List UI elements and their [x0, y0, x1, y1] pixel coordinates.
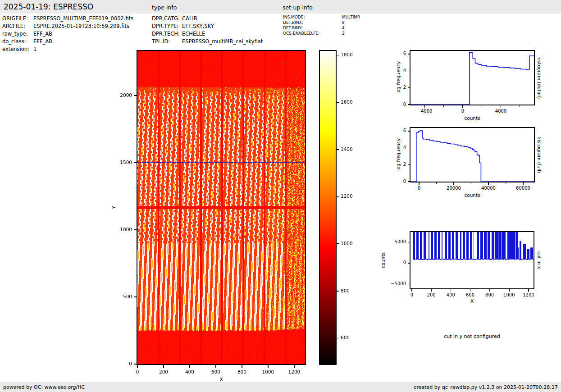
- tick-mark: [436, 182, 437, 184]
- hist-detail-right-label: histogram (detail): [537, 56, 542, 99]
- file-info-row: raw_type:EFF_AB: [2, 30, 133, 38]
- tick-mark: [408, 54, 410, 55]
- tick-mark: [408, 284, 410, 285]
- tick-mark: [268, 365, 269, 368]
- tick-label: 400: [178, 369, 201, 374]
- setup-info-row: OCS.ENABLED.FE:2: [283, 31, 360, 36]
- file-info-value: ESPRESSO_MULTIMR_EFF019_0002.fits: [33, 15, 133, 22]
- tick-mark: [134, 162, 137, 163]
- type-info-value: ECHELLE: [182, 31, 205, 37]
- setup-info-heading: set-up info: [283, 4, 313, 11]
- tick-mark: [134, 95, 137, 96]
- tick-mark: [408, 104, 410, 105]
- setup-info-label: OCS.ENABLED.FE:: [283, 31, 342, 36]
- setup-info-value: MULTIMR: [342, 15, 360, 19]
- setup-info-label: DET.BINX:: [283, 20, 342, 25]
- tick-mark: [408, 87, 410, 88]
- raw-image-canvas: [137, 51, 305, 364]
- tick-label: 2000: [110, 92, 132, 98]
- file-info-value: ESPRE.2025-01-19T23:10:59.209.fits: [33, 23, 129, 29]
- tick-label: 0: [392, 179, 406, 184]
- type-info-row: DPR.TYPE:EFF,SKY,SKY: [152, 23, 263, 30]
- histogram-detail-plot: [410, 51, 534, 105]
- footer-bar: powered by QC: www.eso.org/HC created by…: [0, 382, 561, 392]
- file-info-label: ORIGFILE:: [2, 15, 33, 23]
- file-info-row: do_class:EFF_AB: [2, 38, 133, 46]
- type-info-label: DPR.TYPE:: [152, 23, 182, 30]
- tick-mark: [337, 196, 339, 197]
- tick-mark: [451, 289, 452, 292]
- cut-in-y-note: cut in y not configured: [410, 333, 534, 339]
- tick-mark: [337, 55, 339, 56]
- tick-label: 0: [406, 186, 433, 191]
- tick-label: 0: [126, 369, 149, 374]
- tick-label: −4000: [411, 109, 438, 114]
- tick-label: 1800: [341, 52, 360, 57]
- histogram-full-plot: [410, 128, 534, 182]
- tick-label: −5000: [387, 281, 406, 286]
- tick-label: 1400: [341, 146, 360, 152]
- tick-label: 1000: [257, 369, 279, 374]
- footer-left: powered by QC: www.eso.org/HC: [3, 384, 85, 390]
- file-info-label: do_class:: [2, 38, 33, 46]
- tick-mark: [470, 289, 471, 292]
- setup-info-value: 2: [342, 31, 345, 36]
- cut-in-x-right-label-wrap: cut in x: [536, 232, 543, 288]
- tick-mark: [134, 296, 137, 297]
- tick-label: 2: [392, 162, 406, 167]
- tick-mark: [337, 149, 339, 150]
- tick-mark: [431, 289, 432, 292]
- tick-mark: [471, 182, 471, 184]
- hist-full-right-label: histogram (full): [537, 137, 542, 173]
- type-info-value: ESPRESSO_multiMR_cal_skyflat: [182, 38, 263, 45]
- tick-mark: [520, 105, 520, 107]
- tick-mark: [443, 105, 444, 107]
- tick-label: 1200: [341, 193, 360, 199]
- type-info-row: DPR.TECH:ECHELLE: [152, 30, 263, 38]
- tick-label: 600: [341, 335, 360, 340]
- tick-mark: [408, 71, 410, 72]
- tick-mark: [482, 105, 482, 107]
- tick-mark: [509, 289, 510, 292]
- tick-label: 0: [110, 361, 132, 366]
- setup-info-row: INS.MODE:MULTIMR: [283, 14, 360, 20]
- histogram-detail-plot-curve: [410, 52, 534, 105]
- file-info-value: 1: [33, 46, 36, 52]
- tick-mark: [424, 105, 425, 108]
- tick-mark: [337, 243, 339, 244]
- tick-mark: [134, 229, 137, 230]
- setup-info-label: DET.BINY:: [283, 25, 342, 31]
- tick-label: 4: [392, 68, 406, 73]
- tick-label: 5000: [387, 239, 406, 244]
- tick-mark: [506, 182, 506, 184]
- tick-label: 4000: [488, 109, 515, 114]
- tick-label: 0: [392, 102, 406, 107]
- tick-mark: [408, 131, 410, 132]
- colorbar-canvas: [320, 51, 336, 364]
- tick-label: 4: [392, 145, 406, 150]
- raw-image-xlabel: X: [137, 377, 305, 382]
- histogram-full-plot-curve: [410, 131, 534, 182]
- cut-in-x-canvas: [410, 232, 534, 288]
- tick-mark: [215, 365, 216, 368]
- tick-label: 1000: [341, 241, 360, 246]
- type-info-block: DPR.CATG:CALIB DPR.TYPE:EFF,SKY,SKY DPR.…: [152, 15, 263, 46]
- tick-mark: [294, 365, 295, 368]
- type-info-heading: type info: [152, 4, 177, 11]
- cut-in-x-ylabel: counts: [380, 252, 386, 268]
- type-info-value: EFF,SKY,SKY: [182, 23, 214, 29]
- tick-label: 6: [392, 51, 406, 56]
- setup-info-row: DET.BINY:4: [283, 25, 360, 31]
- type-info-row: DPR.CATG:CALIB: [152, 15, 263, 23]
- cut-in-x-ylabel-wrap: counts: [379, 232, 387, 288]
- tick-label: 800: [341, 288, 360, 293]
- tick-label: 800: [231, 369, 253, 374]
- file-info-value: EFF_AB: [33, 31, 52, 37]
- setup-info-label: INS.MODE:: [283, 14, 342, 20]
- tick-label: 1000: [110, 227, 132, 232]
- raw-image-ylabel-wrap: Y: [110, 51, 117, 364]
- tick-mark: [523, 182, 524, 185]
- setup-info-value: 8: [342, 20, 345, 25]
- tick-mark: [462, 105, 463, 108]
- file-info-row: ARCFILE:ESPRE.2025-01-19T23:10:59.209.fi…: [2, 23, 133, 30]
